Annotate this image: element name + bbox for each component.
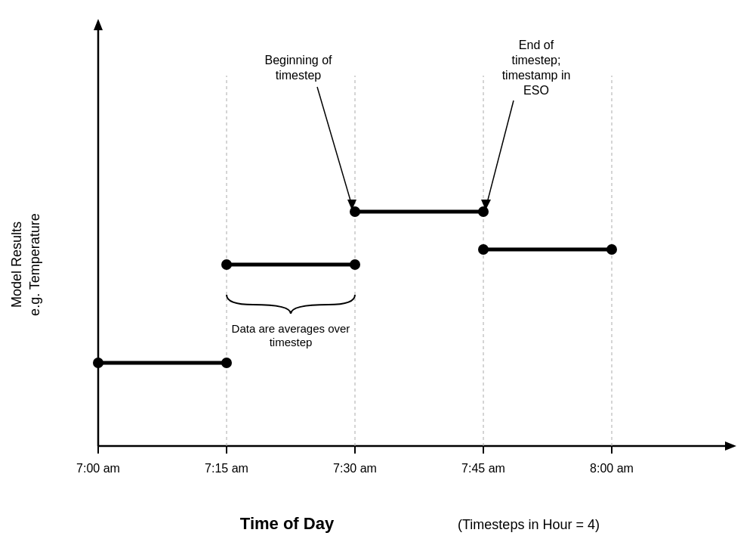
svg-marker-1 (94, 19, 103, 30)
y-axis-subtitle: e.g. Temperature (27, 213, 42, 316)
x-label-730: 7:30 am (333, 462, 377, 475)
annotation-end-line1: End of (519, 39, 554, 51)
annotation-end-line3: timestamp in (502, 69, 571, 82)
svg-point-24 (606, 244, 617, 255)
x-label-800: 8:00 am (590, 462, 634, 475)
svg-point-15 (221, 358, 232, 368)
annotation-avg-line1: Data are averages over (232, 322, 350, 335)
annotation-avg-line2: timestep (270, 336, 313, 348)
annotation-beginning-line1: Beginning of (265, 54, 333, 67)
svg-marker-3 (725, 441, 736, 451)
annotation-beginning-line2: timestep (276, 69, 322, 82)
x-label-700: 7:00 am (76, 462, 120, 475)
svg-line-25 (317, 87, 352, 206)
annotation-end-line4: ESO (523, 84, 549, 97)
svg-point-18 (350, 259, 360, 270)
chart-container: Model Results e.g. Temperature Time of D… (0, 0, 756, 542)
x-axis-title: Time of Day (240, 514, 335, 533)
svg-point-23 (478, 244, 489, 255)
annotation-end-line2: timestep; (512, 54, 561, 67)
y-axis-title: Model Results (9, 221, 24, 308)
x-label-715: 7:15 am (205, 462, 248, 475)
svg-line-27 (486, 101, 514, 206)
svg-point-17 (221, 259, 232, 270)
x-label-745: 7:45 am (461, 462, 505, 475)
svg-point-14 (93, 358, 103, 368)
x-axis-subtitle: (Timesteps in Hour = 4) (458, 517, 600, 532)
svg-point-21 (478, 206, 489, 217)
